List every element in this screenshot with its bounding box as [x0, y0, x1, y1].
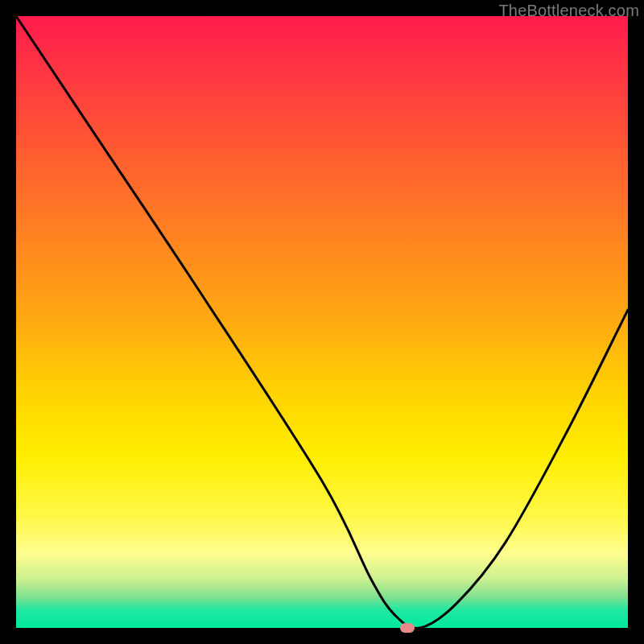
bottleneck-curve — [16, 16, 628, 628]
curve-svg — [16, 16, 628, 628]
plot-area — [16, 16, 628, 628]
optimal-marker — [400, 623, 415, 633]
chart-container: TheBottleneck.com — [0, 0, 644, 644]
